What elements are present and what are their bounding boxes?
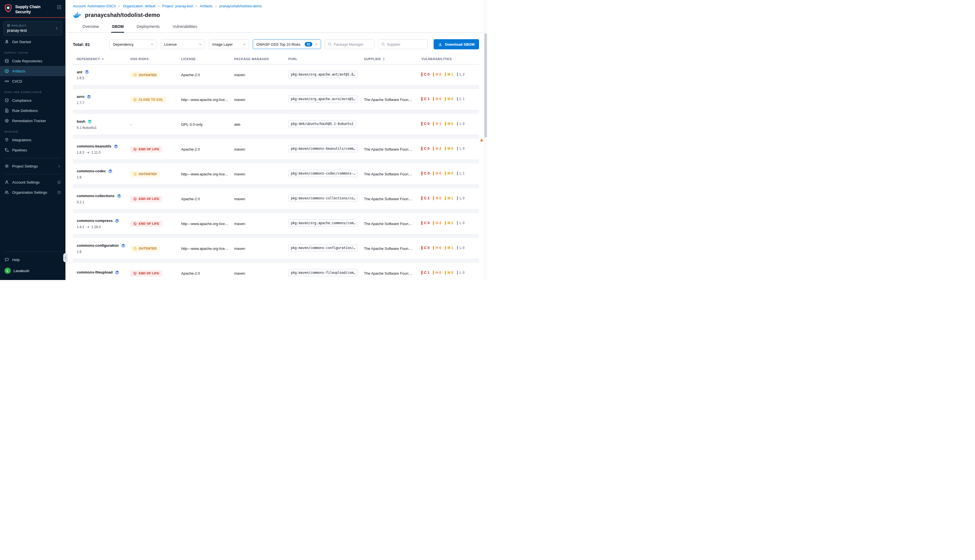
breadcrumb-link[interactable]: Artifacts	[200, 4, 212, 8]
vuln-count-critical: C 0	[421, 172, 429, 175]
sidebar-item-pipelines[interactable]: Pipelines	[0, 145, 65, 155]
package-manager-cell: maven	[234, 73, 288, 77]
vuln-bar-medium	[445, 271, 446, 275]
sidebar-item-compliance[interactable]: Compliance	[0, 95, 65, 105]
sidebar-item-code-repositories[interactable]: Code Repositories	[0, 56, 65, 66]
dependency-name: commons-configuration	[77, 243, 119, 248]
package-manager-cell: maven	[234, 247, 288, 251]
table-row[interactable]: commons-compress 1.4.11.28.0 END OF LIFE…	[73, 213, 479, 234]
filter-license[interactable]: License	[160, 40, 205, 49]
sidebar-item-rule-definitions[interactable]: Rule Definitions	[0, 105, 65, 116]
column-header-license[interactable]: LICENSE	[181, 57, 234, 61]
prohibited-icon	[133, 272, 137, 275]
project-selector[interactable]: PROJECT pranay-test	[3, 21, 62, 35]
purl-value[interactable]: pkg:maven/org.apache.ant/ant@1.6…	[288, 71, 358, 78]
column-header-package-manager[interactable]: PACKAGE MANAGER	[234, 57, 288, 61]
supplier-search[interactable]	[378, 40, 428, 49]
table-row[interactable]: commons-codec 1.6 OUTDATED http---www.ap…	[73, 163, 479, 185]
vuln-count-low: L 0	[457, 221, 465, 225]
table-row[interactable]: commons-configuration 1.6 OUTDATED http-…	[73, 238, 479, 259]
dependency-name: commons-fileupload	[77, 270, 113, 274]
purl-value[interactable]: pkg:maven/commons-collections/co…	[288, 195, 358, 202]
purl-cell: pkg:maven/commons-beanutils/comm…	[288, 145, 364, 153]
module-switcher-icon[interactable]	[57, 5, 62, 10]
column-header-purl[interactable]: PURL	[288, 57, 364, 61]
gear-icon	[5, 164, 9, 168]
sidebar-item-organization-settings[interactable]: Organization Settings	[0, 187, 65, 197]
table-row[interactable]: commons-fileupload END OF LIFE Apache-2.…	[73, 263, 479, 280]
filter-owasp-oss-top-10-risks[interactable]: OWASP OSS Top 10 Risks01	[253, 40, 321, 49]
oss-risk-cell: CLOSE TO EOL	[130, 97, 181, 103]
scrollbar-thumb[interactable]	[484, 33, 487, 138]
vuln-count-critical: C 0	[421, 72, 429, 77]
breadcrumb-link[interactable]: Project: pranay-test	[162, 4, 193, 8]
purl-value[interactable]: pkg:maven/commons-codec/commons-…	[288, 170, 358, 177]
dependency-cell: commons-collections 3.2.1	[77, 194, 130, 204]
vulnerabilities-cell: C 0H 0M 1L 0	[421, 246, 479, 251]
breadcrumb-link[interactable]: pranaycshah/todolist-demo	[219, 4, 262, 8]
sidebar-item-label: CI/CD	[12, 79, 22, 83]
sidebar-item-label: Account Settings	[12, 180, 40, 184]
sidebar-item-label: Remediation Tracker	[12, 119, 46, 123]
sidebar-item-ci-cd[interactable]: CI/CD	[0, 76, 65, 86]
purl-value[interactable]: pkg:maven/commons-fileupload/com…	[288, 269, 358, 276]
chevron-down-icon	[315, 43, 318, 46]
sidebar-item-get-started[interactable]: Get Started	[0, 37, 65, 47]
table-row[interactable]: bash 5.1-6ubuntu1 - GPL-3.0-only deb pkg…	[73, 114, 479, 135]
vuln-bar-low	[457, 246, 458, 250]
download-sbom-button[interactable]: Download SBOM	[434, 39, 479, 49]
vuln-count-high: H 0	[433, 72, 441, 77]
purl-value[interactable]: pkg:maven/org.apache.avro/avro@1…	[288, 95, 358, 103]
purl-value[interactable]: pkg:deb/ubuntu/bash@5.1-6ubuntu1	[288, 120, 356, 127]
user-menu[interactable]: L Lavakush	[0, 265, 65, 277]
package-manager-cell: maven	[234, 98, 288, 102]
sidebar-item-remediation-tracker[interactable]: Remediation Tracker	[0, 116, 65, 126]
tab-sbom[interactable]: SBOM	[111, 21, 124, 32]
tab-overview[interactable]: Overview	[82, 21, 99, 32]
sidebar-item-artifacts[interactable]: Artifacts	[0, 66, 65, 76]
dependency-cell: commons-fileupload	[77, 270, 130, 277]
layers-icon	[87, 95, 91, 99]
breadcrumb-link[interactable]: Organization: default	[123, 4, 155, 8]
clock-icon	[133, 172, 137, 176]
sidebar-item-account-settings[interactable]: Account Settings	[0, 177, 65, 187]
filter-dependency[interactable]: Dependency	[109, 40, 157, 49]
table-row[interactable]: commons-beanutils 1.8.31.11.0 END OF LIF…	[73, 139, 479, 160]
table-row[interactable]: commons-collections 3.2.1 END OF LIFE Ap…	[73, 188, 479, 210]
vulnerabilities-cell: C 0H 2M 0L 0	[421, 147, 479, 152]
purl-value[interactable]: pkg:maven/org.apache.commons/com…	[288, 219, 358, 227]
column-header-dependency[interactable]: DEPENDENCY	[77, 57, 130, 61]
supplier-cell: The Apache Software Foun…	[364, 247, 421, 251]
brand-shield-icon	[4, 4, 12, 13]
sidebar-item-integrations[interactable]: Integrations	[0, 135, 65, 145]
column-header-oss-risks[interactable]: OSS RISKS	[130, 57, 181, 61]
breadcrumb-link[interactable]: Account: Automation-SSCA	[73, 4, 116, 8]
sidebar-collapse-handle[interactable]	[63, 253, 68, 262]
purl-cell: pkg:maven/org.apache.avro/avro@1…	[288, 95, 364, 104]
purl-value[interactable]: pkg:maven/commons-configuration/…	[288, 244, 358, 252]
package-manager-search[interactable]	[325, 40, 374, 49]
filter-image-layer[interactable]: Image Layer	[209, 40, 249, 49]
vuln-bar-high	[433, 221, 434, 225]
table-row[interactable]: ant 1.6.5 OUTDATED Apache-2.0 maven pkg:…	[73, 64, 479, 85]
table-header: DEPENDENCYOSS RISKSLICENSEPACKAGE MANAGE…	[73, 54, 479, 64]
oss-risk-badge: END OF LIFE	[130, 270, 162, 277]
package-manager-search-input[interactable]	[334, 42, 371, 47]
layers-icon	[114, 144, 118, 148]
purl-value[interactable]: pkg:maven/commons-beanutils/comm…	[288, 145, 358, 152]
remediation-icon	[5, 118, 9, 123]
upgrade-arrow-icon	[86, 226, 90, 228]
sidebar-item-project-settings[interactable]: Project Settings	[0, 161, 65, 171]
supplier-search-input[interactable]	[387, 42, 424, 47]
vuln-count-high: H 0	[433, 97, 441, 101]
dependency-cell: commons-codec 1.6	[77, 169, 130, 179]
download-sbom-label: Download SBOM	[445, 42, 474, 47]
tab-vulnerabilities[interactable]: Vulnerabilities	[172, 21, 198, 32]
column-header-supplier[interactable]: SUPPLIER	[364, 57, 421, 61]
column-header-vulnerabilities[interactable]: VULNERABILITIES	[421, 57, 479, 61]
table-row[interactable]: avro 1.7.7 CLOSE TO EOL http---www.apach…	[73, 89, 479, 110]
dependency-name: commons-compress	[77, 218, 113, 223]
tab-deployments[interactable]: Deployments	[136, 21, 160, 32]
vuln-bar-critical	[421, 147, 422, 150]
sidebar-item-help[interactable]: Help	[0, 255, 65, 265]
